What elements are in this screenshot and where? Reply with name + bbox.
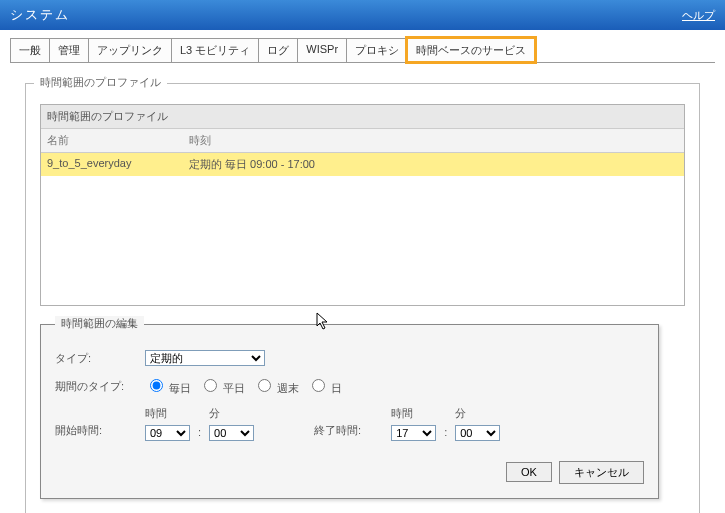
end-hour-header: 時間 bbox=[391, 406, 413, 421]
end-label: 終了時間: bbox=[314, 423, 361, 438]
col-time-header: 時刻 bbox=[183, 129, 684, 152]
col-name-header: 名前 bbox=[41, 129, 183, 152]
tab-2[interactable]: アップリンク bbox=[88, 38, 172, 62]
help-link[interactable]: ヘルプ bbox=[682, 9, 715, 21]
colon: : bbox=[194, 426, 205, 438]
row-name: 9_to_5_everyday bbox=[41, 153, 183, 176]
profile-list: 時間範囲のプロファイル 名前 時刻 9_to_5_everyday 定期的 毎日… bbox=[40, 104, 685, 306]
end-min-select[interactable]: 00 bbox=[455, 425, 500, 441]
cancel-button[interactable]: キャンセル bbox=[559, 461, 644, 484]
start-min-select[interactable]: 00 bbox=[209, 425, 254, 441]
edit-legend: 時間範囲の編集 bbox=[55, 316, 144, 331]
tab-1[interactable]: 管理 bbox=[49, 38, 89, 62]
profile-fieldset: 時間範囲のプロファイル 時間範囲のプロファイル 名前 時刻 9_to_5_eve… bbox=[25, 83, 700, 513]
tab-0[interactable]: 一般 bbox=[10, 38, 50, 62]
start-label: 開始時間: bbox=[55, 423, 145, 438]
ok-button[interactable]: OK bbox=[506, 462, 552, 482]
tab-6[interactable]: プロキシ bbox=[346, 38, 408, 62]
start-min-header: 分 bbox=[209, 406, 220, 421]
tab-5[interactable]: WISPr bbox=[297, 38, 347, 62]
tab-3[interactable]: L3 モビリティ bbox=[171, 38, 259, 62]
type-label: タイプ: bbox=[55, 351, 145, 366]
type-select[interactable]: 定期的 bbox=[145, 350, 265, 366]
radio-day[interactable]: 日 bbox=[307, 376, 342, 396]
tab-4[interactable]: ログ bbox=[258, 38, 298, 62]
end-hour-select[interactable]: 17 bbox=[391, 425, 436, 441]
page-header: システム ヘルプ bbox=[0, 0, 725, 30]
start-hour-header: 時間 bbox=[145, 406, 167, 421]
tab-7[interactable]: 時間ベースのサービス bbox=[407, 38, 535, 62]
colon: : bbox=[440, 426, 451, 438]
radio-weekend[interactable]: 週末 bbox=[253, 376, 299, 396]
tab-bar: 一般管理アップリンクL3 モビリティログWISPrプロキシ時間ベースのサービス bbox=[10, 38, 715, 63]
profile-list-head: 名前 時刻 bbox=[41, 129, 684, 153]
period-label: 期間のタイプ: bbox=[55, 379, 145, 394]
radio-daily[interactable]: 毎日 bbox=[145, 376, 191, 396]
end-min-header: 分 bbox=[455, 406, 466, 421]
radio-weekday[interactable]: 平日 bbox=[199, 376, 245, 396]
edit-panel: 時間範囲の編集 タイプ: 定期的 期間のタイプ: 毎日 平日 週末 日 開始時間… bbox=[40, 324, 659, 499]
profile-list-title: 時間範囲のプロファイル bbox=[41, 105, 684, 129]
page-title: システム bbox=[10, 6, 70, 24]
row-time: 定期的 毎日 09:00 - 17:00 bbox=[183, 153, 684, 176]
table-row[interactable]: 9_to_5_everyday 定期的 毎日 09:00 - 17:00 bbox=[41, 153, 684, 176]
start-hour-select[interactable]: 09 bbox=[145, 425, 190, 441]
profile-legend: 時間範囲のプロファイル bbox=[34, 75, 167, 90]
